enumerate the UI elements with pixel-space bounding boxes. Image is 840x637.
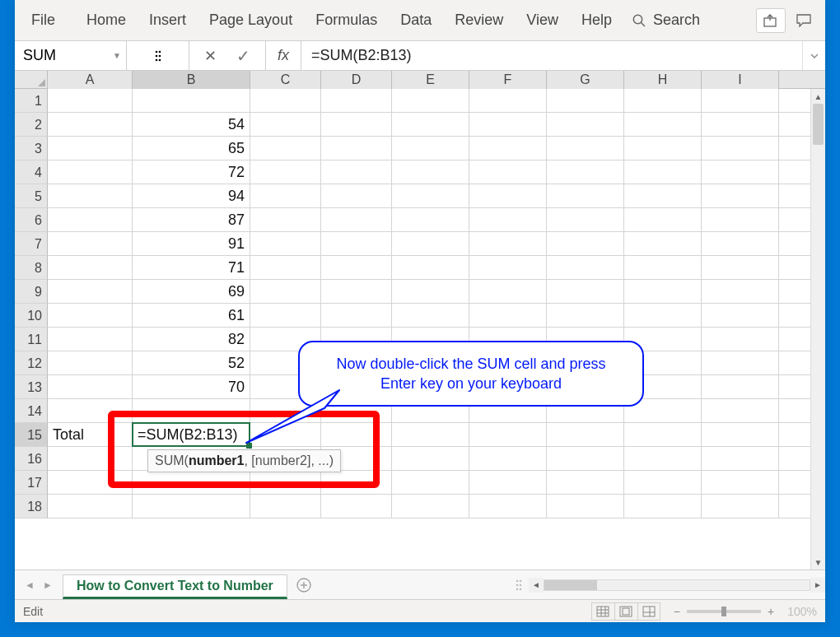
cell-G7[interactable] [547,232,624,256]
cell-G1[interactable] [547,89,624,113]
name-box[interactable]: SUM ▼ [15,41,127,70]
zoom-percent-label[interactable]: 100% [781,605,817,618]
sheet-tab-nav[interactable]: ◄ ► [15,579,63,591]
cell-B5[interactable]: 94 [133,184,250,208]
horizontal-scrollbar[interactable]: ◄ ► [529,578,825,593]
cell-G4[interactable] [547,160,624,184]
formula-bar-expand-button[interactable] [802,41,825,70]
row-header-2[interactable]: 2 [15,113,48,137]
cell-I6[interactable] [702,208,779,232]
cell-D10[interactable] [321,304,392,328]
cell-E5[interactable] [392,184,469,208]
cell-B15[interactable]: =SUM(B2:B13) [133,423,250,447]
cell-E18[interactable] [392,495,469,518]
cell-H9[interactable] [624,280,702,304]
ribbon-tab-insert[interactable]: Insert [138,5,198,35]
cell-C6[interactable] [250,208,321,232]
cell-F9[interactable] [469,280,547,304]
cell-A12[interactable] [48,351,133,375]
cell-D17[interactable] [321,471,392,495]
cell-B7[interactable]: 91 [133,232,250,256]
cell-I4[interactable] [702,160,779,184]
cell-I10[interactable] [702,304,779,328]
enter-formula-button[interactable]: ✓ [236,46,250,66]
cell-G15[interactable] [547,423,624,447]
cell-F8[interactable] [469,256,547,280]
cell-G16[interactable] [547,447,624,471]
scroll-left-icon[interactable]: ◄ [529,578,544,593]
ribbon-tab-file[interactable]: File [21,5,75,35]
cell-A2[interactable] [48,113,133,137]
cell-G8[interactable] [547,256,624,280]
cell-B17[interactable] [133,471,250,495]
ribbon-tab-formulas[interactable]: Formulas [304,5,389,35]
add-sheet-button[interactable] [287,578,320,593]
cell-A4[interactable] [48,160,133,184]
cell-F10[interactable] [469,304,547,328]
vertical-scrollbar[interactable]: ▲ ▼ [810,89,825,570]
cell-B4[interactable]: 72 [133,160,250,184]
zoom-slider[interactable]: − + 100% [674,605,817,618]
tab-resizer-handle[interactable] [516,578,529,593]
formula-bar-input[interactable]: =SUM(B2:B13) [301,41,802,70]
cell-F3[interactable] [469,137,547,160]
cell-E6[interactable] [392,208,469,232]
row-header-3[interactable]: 3 [15,137,48,160]
cell-C2[interactable] [250,113,321,137]
comments-button[interactable] [789,8,819,33]
cell-G6[interactable] [547,208,624,232]
view-normal-button[interactable] [591,602,614,621]
cell-A8[interactable] [48,256,133,280]
cell-D7[interactable] [321,232,392,256]
cell-I2[interactable] [702,113,779,137]
cell-H6[interactable] [624,208,702,232]
column-header-H[interactable]: H [624,71,702,89]
cancel-formula-button[interactable]: ✕ [204,47,217,65]
cell-A9[interactable] [48,280,133,304]
cell-G9[interactable] [547,280,624,304]
cell-F17[interactable] [469,471,547,495]
row-header-7[interactable]: 7 [15,232,48,256]
cell-I1[interactable] [702,89,779,113]
row-header-5[interactable]: 5 [15,184,48,208]
row-header-10[interactable]: 10 [15,304,48,328]
cell-H1[interactable] [624,89,702,113]
name-box-dropdown-icon[interactable]: ▼ [113,51,121,60]
cell-H3[interactable] [624,137,702,160]
cell-H4[interactable] [624,160,702,184]
cell-E7[interactable] [392,232,469,256]
cell-I16[interactable] [702,447,779,471]
cell-H17[interactable] [624,471,702,495]
cell-E17[interactable] [392,471,469,495]
scroll-up-icon[interactable]: ▲ [811,89,825,104]
cell-C10[interactable] [250,304,321,328]
cell-F7[interactable] [469,232,547,256]
ribbon-tab-page-layout[interactable]: Page Layout [198,5,304,35]
cell-H15[interactable] [624,423,702,447]
cell-A17[interactable] [48,471,133,495]
cell-C7[interactable] [250,232,321,256]
cell-G2[interactable] [547,113,624,137]
row-header-9[interactable]: 9 [15,280,48,304]
cell-G18[interactable] [547,495,624,518]
cell-C17[interactable] [250,471,321,495]
ribbon-tab-data[interactable]: Data [389,5,443,35]
cell-E4[interactable] [392,160,469,184]
cell-I17[interactable] [702,471,779,495]
column-header-D[interactable]: D [321,71,392,89]
cell-C1[interactable] [250,89,321,113]
cell-F16[interactable] [469,447,547,471]
cell-E16[interactable] [392,447,469,471]
view-page-break-button[interactable] [637,602,660,621]
cell-H8[interactable] [624,256,702,280]
cell-A3[interactable] [48,137,133,160]
row-header-17[interactable]: 17 [15,471,48,495]
row-header-6[interactable]: 6 [15,208,48,232]
ribbon-tab-view[interactable]: View [515,5,570,35]
row-header-12[interactable]: 12 [15,351,48,375]
cell-H18[interactable] [624,495,702,518]
cell-A10[interactable] [48,304,133,328]
cell-B18[interactable] [133,495,250,518]
column-header-E[interactable]: E [392,71,469,89]
cell-B13[interactable]: 70 [133,375,250,399]
